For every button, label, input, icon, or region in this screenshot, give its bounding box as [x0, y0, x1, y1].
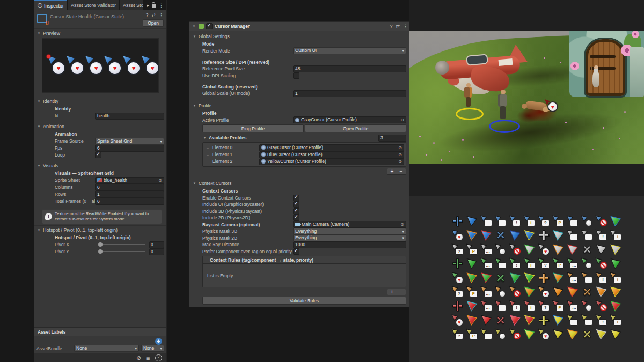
label-tag-icon[interactable] [155, 338, 162, 345]
foldout-profile[interactable]: ▾ Profile [192, 102, 407, 109]
pivot-x-slider[interactable] [99, 244, 145, 245]
object-picker-icon[interactable]: ⊙ [398, 159, 402, 165]
foldout-arrow-icon[interactable]: ▾ [192, 24, 196, 28]
kebab-menu-icon[interactable]: ⋮ [403, 24, 408, 29]
loop-label: Loop [55, 152, 95, 158]
cursor-sprite-bub-dots: … [480, 257, 494, 271]
open-asset-button[interactable]: Open [143, 19, 164, 27]
enable-context-checkbox[interactable] [293, 195, 299, 201]
help-icon[interactable]: ? [390, 24, 392, 29]
list-item[interactable]: = Element 0 GrayCursor (Cursor Profile) … [204, 144, 404, 151]
drag-handle-icon[interactable]: = [204, 159, 211, 164]
foldout-animation[interactable]: ▾ Animation [34, 122, 166, 130]
ping-profile-button[interactable]: Ping Profile [202, 124, 304, 132]
raycast-camera-object-field[interactable]: Main Camera (Camera) ⊙ [293, 221, 406, 228]
assetbundle-dropdown[interactable]: None [74, 345, 139, 352]
element-object-field[interactable]: GrayCursor (Cursor Profile) ⊙ [259, 144, 404, 151]
foldout-global-settings[interactable]: ▾ Global Settings [192, 33, 407, 40]
max-ray-distance-field[interactable]: 1000 [293, 241, 406, 248]
cursor-sprite-bub-excl: ! [595, 228, 609, 242]
id-field[interactable]: health [95, 113, 164, 120]
open-profile-button[interactable]: Open Profile [305, 124, 406, 132]
no-label-icon[interactable]: ⊘ [136, 355, 141, 361]
element-object-field[interactable]: BlueCursor (Cursor Profile) ⊙ [259, 151, 404, 158]
drag-handle-icon[interactable]: = [204, 145, 211, 150]
rows-field[interactable]: 1 [95, 191, 164, 198]
remove-rule-button[interactable]: − [397, 289, 406, 295]
pivot-y-label: Pivot Y [55, 249, 95, 254]
presets-icon[interactable]: ⇄ [151, 12, 156, 18]
fairy-door-house [569, 31, 644, 97]
asset-labels-bar[interactable]: Asset Labels [34, 327, 166, 336]
include-ui-checkbox[interactable] [293, 201, 299, 208]
physics-mask-3d-dropdown[interactable]: Everything [293, 228, 406, 235]
columns-field[interactable]: 6 [95, 184, 164, 191]
bundle-stack-icon[interactable]: ≣ [146, 355, 150, 361]
include-3d-checkbox[interactable] [293, 208, 299, 215]
unlock-icon[interactable] [152, 4, 156, 8]
active-profile-object-field[interactable]: GrayCursor (Cursor Profile) ⊙ [293, 116, 406, 123]
context-rules-list: Context Rules (tag/component → state, pr… [202, 256, 406, 287]
help-icon[interactable]: ? [145, 12, 148, 18]
pivot-x-value[interactable]: 0 [149, 241, 164, 248]
loop-checkbox[interactable] [95, 152, 101, 158]
heart-cursor-overlay: ♥ [545, 99, 558, 112]
reference-pixel-size-field[interactable]: 48 [293, 65, 406, 72]
cursor-sprite-xcross [494, 271, 508, 285]
component-enabled-checkbox[interactable] [206, 23, 213, 29]
pivot-y-slider[interactable] [99, 251, 145, 252]
pivot-y-value[interactable]: 0 [149, 248, 164, 255]
global-scale-field[interactable]: 1 [293, 90, 406, 97]
list-item[interactable]: = Element 1 BlueCursor (Cursor Profile) … [204, 151, 404, 158]
game-view[interactable]: ♥ [409, 31, 644, 164]
fps-field[interactable]: 6 [95, 145, 164, 152]
presets-icon[interactable]: ⇄ [396, 24, 400, 29]
foldout-arrow-icon[interactable]: ▾ [202, 136, 207, 140]
foldout-context-cursors[interactable]: ▾ Context Cursors [192, 180, 407, 187]
component-header[interactable]: ▾ Cursor Manager ? ⇄ ⋮ [189, 22, 410, 31]
tab-asset-store-uploader[interactable]: Asset Store U [120, 0, 144, 10]
tab-scroll-icon[interactable]: ▸ [147, 3, 149, 8]
cursor-sprite-bub-p: P [552, 299, 566, 313]
object-picker-icon[interactable]: ⊙ [400, 221, 404, 227]
preview-cursor-frame: ♥ [48, 54, 66, 77]
kebab-menu-icon[interactable]: ⋮ [159, 3, 164, 8]
foldout-hotspot[interactable]: ▾ Hotspot / Pivot (0..1, top-left origin… [34, 225, 166, 234]
frame-source-dropdown[interactable]: Sprite Sheet Grid [95, 138, 164, 145]
object-picker-icon[interactable]: ⊙ [398, 145, 402, 151]
assetbundle-variant-dropdown[interactable]: None [141, 345, 164, 352]
include-2d-checkbox[interactable] [293, 215, 299, 221]
tab-inspector[interactable]: ⓘ Inspector [34, 0, 67, 10]
dpi-scaling-checkbox[interactable] [293, 72, 299, 79]
foldout-identity[interactable]: ▾ Identity [34, 97, 166, 105]
cursor-sprite-bub-excl: ! [595, 271, 609, 285]
sprite-sheet-object-field[interactable]: blue_health ⊙ [95, 177, 164, 184]
object-picker-icon[interactable]: ⊙ [400, 117, 404, 123]
add-element-button[interactable]: + [387, 168, 397, 174]
include-2d-label: Include 2D (Physics2D) [202, 215, 293, 220]
add-rule-button[interactable]: + [387, 289, 397, 295]
element-object-field[interactable]: YellowCursor (Cursor Profile) ⊙ [259, 158, 404, 165]
render-mode-dropdown[interactable]: Custom UI [293, 47, 406, 54]
validate-rules-button[interactable]: Validate Rules [202, 297, 406, 305]
physics-mask-2d-dropdown[interactable]: Everything [293, 234, 406, 241]
total-frames-field[interactable]: 6 [95, 198, 164, 205]
prefer-component-checkbox[interactable] [293, 248, 299, 255]
cursor-sprite-noentry [595, 215, 609, 228]
cursor-sprite-heart: ♥ [537, 328, 551, 342]
remove-element-button[interactable]: − [397, 168, 406, 174]
foldout-visuals[interactable]: ▾ Visuals [34, 161, 166, 169]
object-picker-icon[interactable]: ⊙ [158, 178, 162, 183]
slider-thumb[interactable] [98, 242, 103, 247]
cursor-sprite-arrow [552, 271, 566, 285]
drag-handle-icon[interactable]: = [204, 152, 211, 157]
list-item[interactable]: = Element 2 YellowCursor (Cursor Profile… [204, 158, 404, 165]
context-rules-header[interactable]: Context Rules (tag/component → state, pr… [203, 256, 406, 264]
slider-thumb[interactable] [98, 249, 103, 254]
object-picker-icon[interactable]: ⊙ [398, 152, 402, 158]
tab-asset-store-validator[interactable]: Asset Store Validator [68, 0, 119, 10]
foldout-preview[interactable]: ▾ Preview [34, 28, 166, 37]
profiles-count-field[interactable]: 3 [378, 135, 406, 142]
verify-check-icon[interactable]: ✓ [155, 354, 162, 361]
kebab-menu-icon[interactable]: ⋮ [159, 12, 164, 18]
